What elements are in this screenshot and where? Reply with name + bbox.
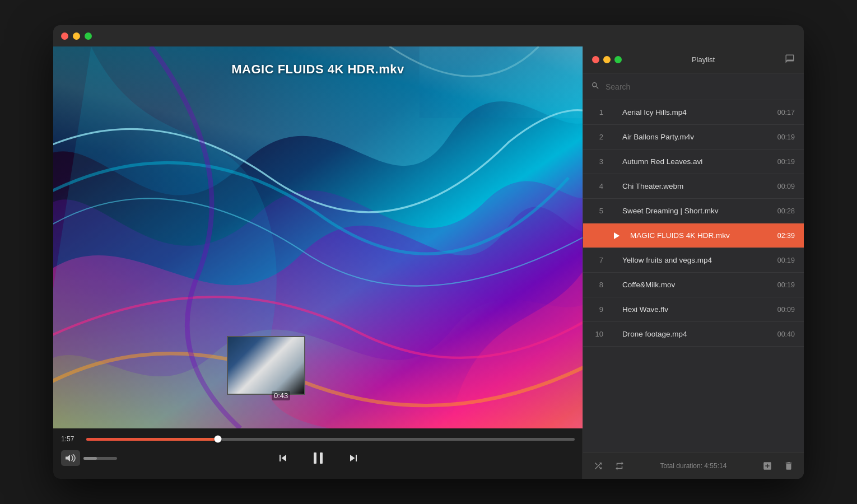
volume-slider[interactable] [83, 457, 117, 460]
item-duration: 00:40 [772, 330, 795, 338]
item-number: 9 [592, 305, 603, 314]
current-time: 1:57 [61, 435, 81, 443]
pause-button[interactable] [308, 447, 329, 469]
playlist-titlebar: Playlist [583, 46, 804, 73]
item-number: 10 [592, 330, 603, 338]
item-number: 1 [592, 108, 603, 116]
video-canvas[interactable]: MAGIC FLUIDS 4K HDR.mkv 0:43 [53, 46, 583, 428]
search-bar [583, 73, 804, 100]
item-name: Air Ballons Party.m4v [622, 133, 765, 141]
traffic-lights [61, 32, 92, 40]
item-duration: 00:09 [772, 306, 795, 314]
playlist-maximize-button[interactable] [614, 56, 622, 63]
previous-button[interactable] [274, 449, 292, 467]
title-bar [53, 25, 804, 46]
playlist-item[interactable]: 8 Coffe&Milk.mov 00:19 [583, 273, 804, 297]
close-button[interactable] [61, 32, 68, 40]
playlist-item[interactable]: 5 Sweet Dreaming | Short.mkv 00:28 [583, 199, 804, 223]
progress-bar[interactable] [86, 438, 575, 441]
item-duration: 00:09 [772, 183, 795, 190]
playlist-item[interactable]: 4 Chi Theater.webm 00:09 [583, 174, 804, 199]
volume-section [61, 450, 188, 466]
video-area: MAGIC FLUIDS 4K HDR.mkv 0:43 1:57 [53, 46, 583, 479]
item-name: Drone footage.mp4 [622, 330, 765, 338]
controls-row [61, 443, 575, 473]
item-name: Coffe&Milk.mov [622, 281, 765, 289]
playlist-footer: Total duration: 4:55:14 [583, 452, 804, 479]
svg-rect-3 [320, 452, 323, 464]
item-number: 8 [592, 281, 603, 289]
item-number: 5 [592, 207, 603, 215]
playlist-close-button[interactable] [592, 56, 599, 63]
play-icon [611, 232, 622, 239]
item-name: Hexi Wave.flv [622, 305, 765, 314]
add-button[interactable] [760, 459, 775, 473]
total-duration: Total duration: 4:55:14 [634, 462, 753, 470]
svg-rect-2 [314, 452, 316, 464]
svg-rect-1 [420, 46, 583, 118]
item-duration: 00:28 [772, 207, 795, 215]
progress-fill [86, 438, 218, 441]
playlist-item[interactable]: 2 Air Ballons Party.m4v 00:19 [583, 125, 804, 150]
video-title: MAGIC FLUIDS 4K HDR.mkv [53, 62, 583, 77]
app-window: MAGIC FLUIDS 4K HDR.mkv 0:43 1:57 [53, 25, 804, 479]
repeat-button[interactable] [612, 459, 627, 473]
playlist-item[interactable]: 9 Hexi Wave.flv 00:09 [583, 297, 804, 322]
item-name: Aerial Icy Hills.mp4 [622, 108, 765, 116]
item-duration: 00:17 [772, 109, 795, 116]
progress-area: 1:57 [61, 428, 575, 443]
shuffle-button[interactable] [591, 459, 606, 473]
item-name: Chi Theater.webm [622, 182, 765, 190]
item-duration: 02:39 [772, 232, 795, 240]
playlist-list: 1 Aerial Icy Hills.mp4 00:17 2 Air Ballo… [583, 100, 804, 452]
playlist-traffic-lights [592, 56, 622, 63]
delete-button[interactable] [781, 459, 796, 473]
minimize-button[interactable] [73, 32, 80, 40]
item-number: 7 [592, 256, 603, 264]
playlist-item[interactable]: 3 Autumn Red Leaves.avi 00:19 [583, 150, 804, 174]
item-name: Sweet Dreaming | Short.mkv [622, 207, 765, 215]
item-name: Yellow fruits and vegs.mp4 [622, 256, 765, 264]
search-input[interactable] [606, 82, 796, 91]
playlist-minimize-button[interactable] [603, 56, 611, 63]
seek-preview-thumbnail [227, 336, 305, 395]
playlist-item[interactable]: 1 Aerial Icy Hills.mp4 00:17 [583, 100, 804, 125]
playlist-panel: Playlist 1 Aerial Icy [583, 46, 804, 479]
playback-center [191, 447, 445, 469]
item-duration: 00:19 [772, 281, 795, 289]
search-icon [591, 81, 600, 92]
volume-fill [83, 457, 97, 460]
volume-button[interactable] [61, 450, 80, 466]
seek-time-label: 0:43 [272, 391, 290, 400]
playlist-item[interactable]: MAGIC FLUIDS 4K HDR.mkv 02:39 [583, 223, 804, 248]
player-controls: 1:57 [53, 428, 583, 479]
progress-knob[interactable] [215, 436, 222, 443]
item-duration: 00:19 [772, 133, 795, 141]
chat-icon-button[interactable] [785, 54, 795, 66]
playlist-item[interactable]: 10 Drone footage.mp4 00:40 [583, 322, 804, 347]
item-number: 3 [592, 157, 603, 166]
item-number: 2 [592, 133, 603, 141]
main-area: MAGIC FLUIDS 4K HDR.mkv 0:43 1:57 [53, 46, 804, 479]
item-duration: 00:19 [772, 158, 795, 166]
item-name: Autumn Red Leaves.avi [622, 157, 765, 166]
item-number: 4 [592, 182, 603, 190]
maximize-button[interactable] [85, 32, 92, 40]
next-button[interactable] [344, 449, 362, 467]
item-duration: 00:19 [772, 256, 795, 264]
playlist-item[interactable]: 7 Yellow fruits and vegs.mp4 00:19 [583, 248, 804, 273]
item-name: MAGIC FLUIDS 4K HDR.mkv [630, 231, 765, 240]
playlist-title: Playlist [622, 55, 785, 64]
